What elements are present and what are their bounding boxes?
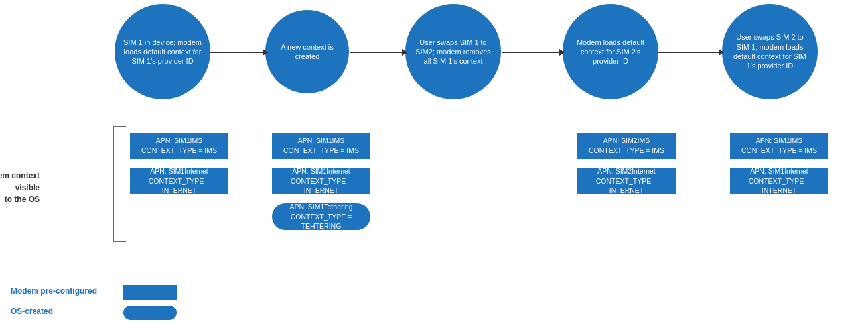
context-box-b8: APN: SIM1IMSCONTEXT_TYPE = IMS <box>730 133 828 159</box>
context-box-b1: APN: SIM1IMSCONTEXT_TYPE = IMS <box>130 133 228 159</box>
context-box-b7: APN: SIM2InternetCONTEXT_TYPE = INTERNET <box>577 168 676 194</box>
step-circle-c5: User swaps SIM 2 to SIM 1; modem loads d… <box>722 4 818 99</box>
arrow-3 <box>658 52 720 53</box>
diagram: SIM 1 in device; modem loads default con… <box>0 0 868 336</box>
os-context-bracket <box>113 126 126 242</box>
legend-sample-0 <box>123 285 177 300</box>
context-box-b5: APN: SIM1TetheringCONTEXT_TYPE = TEHTERI… <box>272 203 370 230</box>
arrow-2 <box>502 52 561 53</box>
context-box-b9: APN: SIM1InternetCONTEXT_TYPE = INTERNET <box>730 168 828 194</box>
step-circle-c4: Modem loads default context for SIM 2's … <box>563 4 658 99</box>
legend-sample-1 <box>123 306 177 320</box>
context-box-b4: APN: SIM1InternetCONTEXT_TYPE = INTERNET <box>272 168 370 194</box>
legend-label-0: Modem pre-configured <box>11 286 97 296</box>
arrow-1 <box>350 52 403 53</box>
step-circle-c3: User swaps SIM 1 to SIM2; modem removes … <box>405 4 501 99</box>
context-box-b6: APN: SIM2IMSCONTEXT_TYPE = IMS <box>577 133 676 159</box>
step-circle-c1: SIM 1 in device; modem loads default con… <box>115 4 210 99</box>
context-box-b2: APN: SIM1InternetCONTEXT_TYPE = INTERNET <box>130 168 228 194</box>
step-circle-c2: A new context is created <box>265 10 349 93</box>
context-box-b3: APN: SIM1IMSCONTEXT_TYPE = IMS <box>272 133 370 159</box>
arrow-0 <box>210 52 264 53</box>
modem-context-label: Modem context visibleto the OS <box>0 170 40 205</box>
legend-label-1: OS-created <box>11 307 53 316</box>
